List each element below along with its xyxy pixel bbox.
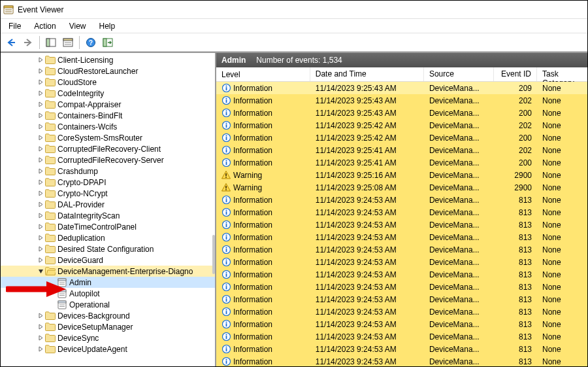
event-row[interactable]: Information11/14/2023 9:24:53 AMDeviceMa… bbox=[216, 355, 587, 366]
event-row[interactable]: Information11/14/2023 9:24:53 AMDeviceMa… bbox=[216, 206, 587, 218]
event-row[interactable]: Warning11/14/2023 9:25:08 AMDeviceMana..… bbox=[216, 181, 587, 194]
menu-help[interactable]: Help bbox=[93, 20, 122, 32]
event-row[interactable]: Information11/14/2023 9:24:53 AMDeviceMa… bbox=[216, 243, 587, 256]
tree-folder-item[interactable]: DeviceUpdateAgent bbox=[1, 343, 215, 355]
titlebar[interactable]: Event Viewer bbox=[1, 1, 587, 19]
show-hide-tree-button[interactable] bbox=[43, 35, 59, 50]
event-row[interactable]: Information11/14/2023 9:25:41 AMDeviceMa… bbox=[216, 144, 587, 156]
event-row[interactable]: Information11/14/2023 9:24:53 AMDeviceMa… bbox=[216, 194, 587, 206]
expand-icon[interactable] bbox=[36, 68, 45, 74]
tree-item-label: CorruptedFileRecovery-Client bbox=[57, 145, 161, 154]
expand-icon[interactable] bbox=[36, 57, 45, 63]
tree-folder-item[interactable]: CorruptedFileRecovery-Server bbox=[1, 154, 215, 166]
event-row[interactable]: Information11/14/2023 9:25:43 AMDeviceMa… bbox=[216, 94, 587, 107]
collapse-icon[interactable] bbox=[36, 268, 45, 274]
tree-folder-item[interactable]: CloudStore bbox=[1, 77, 215, 88]
column-level[interactable]: Level bbox=[216, 67, 310, 81]
help-button[interactable]: ? bbox=[83, 35, 99, 50]
tree-scrollbar[interactable] bbox=[212, 235, 215, 274]
expand-icon[interactable] bbox=[36, 135, 45, 141]
expand-icon[interactable] bbox=[36, 324, 45, 330]
event-row[interactable]: Information11/14/2023 9:24:53 AMDeviceMa… bbox=[216, 293, 587, 306]
tree-folder-item[interactable]: CloudRestoreLauncher bbox=[1, 65, 215, 77]
tree-log-item[interactable]: Admin bbox=[1, 277, 215, 288]
column-eventid[interactable]: Event ID bbox=[494, 67, 537, 81]
column-task[interactable]: Task Category bbox=[537, 67, 587, 81]
event-row[interactable]: Information11/14/2023 9:24:53 AMDeviceMa… bbox=[216, 343, 587, 355]
menu-action[interactable]: Action bbox=[27, 20, 62, 32]
expand-icon[interactable] bbox=[36, 335, 45, 341]
export-button[interactable] bbox=[100, 35, 116, 50]
tree-folder-item[interactable]: DeviceSetupManager bbox=[1, 321, 215, 332]
expand-icon[interactable] bbox=[36, 313, 45, 319]
tree-folder-item[interactable]: Containers-BindFlt bbox=[1, 110, 215, 121]
tree-folder-item[interactable]: Devices-Background bbox=[1, 310, 215, 321]
event-row[interactable]: Information11/14/2023 9:24:53 AMDeviceMa… bbox=[216, 281, 587, 293]
tree-folder-item[interactable]: DateTimeControlPanel bbox=[1, 221, 215, 232]
expand-icon[interactable] bbox=[36, 157, 45, 163]
event-row[interactable]: Information11/14/2023 9:24:53 AMDeviceMa… bbox=[216, 318, 587, 330]
event-row[interactable]: Information11/14/2023 9:25:43 AMDeviceMa… bbox=[216, 107, 587, 119]
expand-icon[interactable] bbox=[36, 224, 45, 230]
event-row[interactable]: Information11/14/2023 9:24:53 AMDeviceMa… bbox=[216, 268, 587, 281]
tree-folder-item[interactable]: DeviceSync bbox=[1, 332, 215, 343]
back-button[interactable] bbox=[3, 35, 19, 50]
expand-icon[interactable] bbox=[36, 190, 45, 196]
column-date[interactable]: Date and Time bbox=[310, 67, 424, 81]
event-row[interactable]: Information11/14/2023 9:24:53 AMDeviceMa… bbox=[216, 306, 587, 318]
tree-folder-item[interactable]: CorruptedFileRecovery-Client bbox=[1, 143, 215, 154]
tree-folder-item[interactable]: Deduplication bbox=[1, 232, 215, 243]
event-row[interactable]: Information11/14/2023 9:25:42 AMDeviceMa… bbox=[216, 131, 587, 144]
properties-button[interactable] bbox=[60, 35, 76, 50]
tree-folder-item[interactable]: DataIntegrityScan bbox=[1, 210, 215, 221]
expand-icon[interactable] bbox=[36, 246, 45, 252]
event-row[interactable]: Information11/14/2023 9:24:53 AMDeviceMa… bbox=[216, 256, 587, 268]
expand-icon[interactable] bbox=[36, 201, 45, 207]
expand-icon[interactable] bbox=[36, 101, 45, 107]
tree-folder-item[interactable]: DeviceManagement-Enterprise-Diagno bbox=[1, 266, 215, 277]
cell-task: None bbox=[537, 96, 587, 105]
event-row[interactable]: Information11/14/2023 9:25:41 AMDeviceMa… bbox=[216, 156, 587, 169]
menu-file[interactable]: File bbox=[2, 20, 27, 32]
event-row[interactable]: Warning11/14/2023 9:25:16 AMDeviceMana..… bbox=[216, 169, 587, 181]
tree-pane[interactable]: Client-LicensingCloudRestoreLauncherClou… bbox=[1, 53, 216, 366]
tree-folder-item[interactable]: Crashdump bbox=[1, 166, 215, 177]
event-list[interactable]: Information11/14/2023 9:25:43 AMDeviceMa… bbox=[216, 82, 587, 366]
event-row[interactable]: Information11/14/2023 9:25:42 AMDeviceMa… bbox=[216, 119, 587, 131]
tree-folder-item[interactable]: DAL-Provider bbox=[1, 199, 215, 210]
tree-folder-item[interactable]: Desired State Configuration bbox=[1, 243, 215, 254]
tree-folder-item[interactable]: Crypto-DPAPI bbox=[1, 177, 215, 188]
expand-icon[interactable] bbox=[36, 90, 45, 96]
expand-icon[interactable] bbox=[36, 124, 45, 130]
cell-date: 11/14/2023 9:24:53 AM bbox=[310, 245, 424, 254]
tree-log-item[interactable]: Autopilot bbox=[1, 288, 215, 299]
expand-icon[interactable] bbox=[36, 168, 45, 174]
tree-folder-item[interactable]: Compat-Appraiser bbox=[1, 99, 215, 110]
tree-folder-item[interactable]: Containers-Wcifs bbox=[1, 121, 215, 132]
event-row[interactable]: Information11/14/2023 9:24:53 AMDeviceMa… bbox=[216, 330, 587, 343]
column-source[interactable]: Source bbox=[424, 67, 495, 81]
event-row[interactable]: Information11/14/2023 9:25:43 AMDeviceMa… bbox=[216, 82, 587, 94]
tree-folder-item[interactable]: CoreSystem-SmsRouter bbox=[1, 132, 215, 143]
expand-icon[interactable] bbox=[36, 113, 45, 118]
expand-icon[interactable] bbox=[36, 257, 45, 263]
expand-icon[interactable] bbox=[36, 346, 45, 352]
tree-log-item[interactable]: Operational bbox=[1, 299, 215, 310]
forward-button[interactable] bbox=[20, 35, 36, 50]
tree-item-label: Compat-Appraiser bbox=[57, 100, 121, 109]
tree-folder-item[interactable]: Crypto-NCrypt bbox=[1, 188, 215, 199]
tree-folder-item[interactable]: Client-Licensing bbox=[1, 54, 215, 65]
expand-icon[interactable] bbox=[36, 235, 45, 241]
event-row[interactable]: Information11/14/2023 9:24:53 AMDeviceMa… bbox=[216, 231, 587, 243]
cell-eventid: 813 bbox=[494, 196, 537, 205]
info-icon bbox=[221, 270, 231, 279]
tree-folder-item[interactable]: CodeIntegrity bbox=[1, 88, 215, 99]
svg-rect-30 bbox=[225, 99, 227, 103]
expand-icon[interactable] bbox=[36, 79, 45, 85]
menu-view[interactable]: View bbox=[63, 20, 93, 32]
expand-icon[interactable] bbox=[36, 179, 45, 185]
expand-icon[interactable] bbox=[36, 213, 45, 218]
expand-icon[interactable] bbox=[36, 146, 45, 152]
tree-folder-item[interactable]: DeviceGuard bbox=[1, 254, 215, 266]
event-row[interactable]: Information11/14/2023 9:24:53 AMDeviceMa… bbox=[216, 218, 587, 231]
